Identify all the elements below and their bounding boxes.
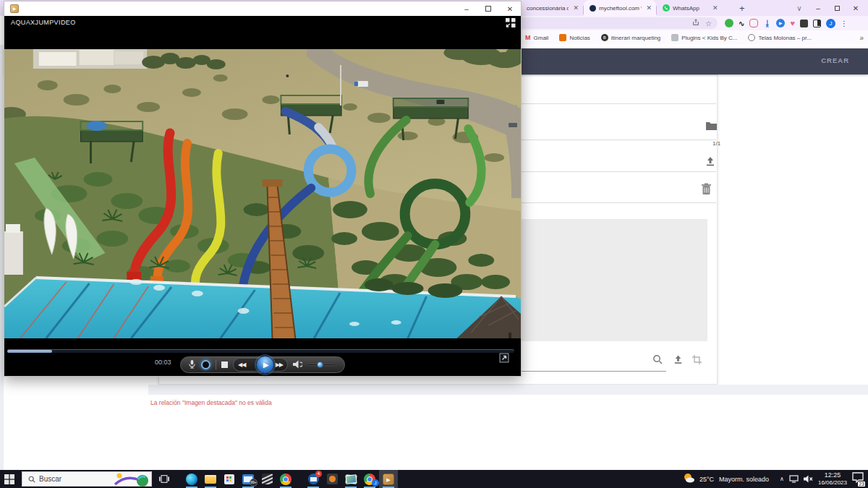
chrome-profile-taskbar-icon[interactable]: J (360, 470, 379, 488)
start-button[interactable] (0, 470, 19, 488)
crop-icon[interactable] (692, 354, 702, 368)
video-player-window: ▶ – ✕ AQUAXJUMPVIDEO (4, 1, 522, 377)
share-icon[interactable] (692, 19, 699, 27)
fast-forward-button[interactable]: ▶▶ (276, 361, 283, 368)
bookmark-star-icon[interactable]: ☆ (705, 20, 712, 27)
upload-image-icon[interactable] (673, 354, 684, 368)
control-divider (216, 360, 216, 369)
player-maximize-button[interactable] (477, 5, 499, 13)
heart-extension-icon[interactable]: ♥ (790, 19, 795, 27)
tab-close-icon[interactable]: ✕ (712, 4, 718, 12)
tab-close-icon[interactable]: ✕ (646, 4, 652, 12)
search-icon[interactable] (652, 354, 663, 368)
volume-thumb[interactable] (317, 361, 323, 368)
address-bar[interactable]: ☆ (519, 17, 718, 29)
store-taskbar-icon[interactable] (220, 470, 239, 488)
browser-close-button[interactable]: ✕ (846, 4, 865, 12)
extension-green-icon[interactable] (725, 19, 733, 27)
crear-button[interactable]: CREAR (821, 56, 849, 64)
volume-muted-icon[interactable] (804, 473, 813, 486)
whatsapp-favicon (663, 4, 670, 12)
extension-squiggle-icon[interactable]: ∿ (739, 20, 744, 27)
search-highlight-graphic (114, 472, 151, 487)
notification-center-icon[interactable]: 23 (852, 472, 864, 486)
new-tab-button[interactable]: + (733, 3, 751, 14)
video-player-taskbar-icon[interactable]: ▶ (379, 470, 398, 488)
tab-title: concessionària de (527, 5, 569, 12)
video-extension-icon[interactable]: ▶ (776, 19, 785, 27)
network-icon[interactable] (789, 473, 799, 486)
windows-taskbar: Buscar (0, 470, 868, 488)
video-progress-bar[interactable] (7, 349, 514, 353)
stop-button[interactable] (221, 361, 228, 368)
mail2-taskbar-icon[interactable]: 4 (304, 470, 323, 488)
dialog-footer-strip (148, 385, 868, 395)
clock-date: 16/06/2023 (818, 479, 847, 486)
popout-icon[interactable] (499, 353, 509, 366)
weather-temp[interactable]: 25°C (699, 476, 714, 483)
bookmarks-bar: M Gmail Noticias B itinerari marqueting … (519, 30, 868, 45)
notification-badge: 23 (858, 481, 865, 487)
player-app-icon: ▶ (10, 4, 19, 13)
mail-taskbar-icon[interactable]: 99+ (239, 470, 258, 488)
bookmarks-overflow-icon[interactable]: » (859, 34, 864, 42)
weather-condition[interactable]: Mayorm. soleado (719, 476, 769, 483)
tray-expand-chevron[interactable]: ∧ (780, 476, 784, 482)
mycheftool-favicon (590, 5, 596, 12)
task-view-button[interactable] (155, 470, 174, 488)
weather-icon[interactable] (683, 473, 694, 486)
tab-whatsapp[interactable]: WhatsApp ✕ (657, 0, 733, 16)
player-titlebar[interactable]: ▶ – ✕ (4, 1, 521, 16)
telas-icon (748, 34, 755, 41)
download-extension-icon[interactable]: ⭳ (763, 19, 771, 27)
tabsearch-chevron-icon[interactable]: ∨ (790, 4, 809, 12)
taskbar-clock[interactable]: 12:25 16/06/2023 (818, 472, 847, 486)
browser-minimize-button[interactable]: – (809, 4, 827, 12)
volume-slider[interactable] (307, 364, 335, 366)
orange-app-taskbar-icon[interactable] (323, 470, 341, 488)
side-panel-icon[interactable] (813, 20, 821, 27)
microphone-icon[interactable] (188, 359, 196, 372)
browser-menu-icon[interactable]: ⋮ (841, 20, 848, 27)
bookmark-plugins[interactable]: Plugins < Kids By C... (671, 34, 737, 41)
clock-time: 12:25 (825, 471, 841, 479)
bookmark-gmail[interactable]: M Gmail (525, 34, 548, 41)
rewind-button[interactable]: ◀◀ (238, 361, 245, 368)
bookmark-itinerari[interactable]: B itinerari marqueting (601, 34, 660, 41)
validation-error-text: La relación "Imagen destacada" no es vál… (150, 399, 272, 406)
photos-taskbar-icon[interactable] (341, 470, 360, 488)
bookmark-noticias[interactable]: Noticias (559, 34, 590, 41)
taskbar-search-input[interactable]: Buscar (22, 471, 152, 487)
itinerari-icon: B (601, 34, 608, 41)
loop-ring-icon[interactable] (201, 360, 210, 369)
chrome-taskbar-icon[interactable] (276, 470, 295, 488)
edge-taskbar-icon[interactable] (182, 470, 201, 488)
play-button[interactable]: ▶ (256, 356, 274, 374)
waterpark-aerial-scene (4, 49, 521, 338)
mail2-badge: 4 (315, 471, 322, 477)
tab-mycheftool[interactable]: mycheftool.com Web: ✕ (584, 0, 656, 16)
folder-icon[interactable] (705, 121, 718, 134)
mini-player-icon[interactable] (505, 17, 516, 31)
tab-concessionaria[interactable]: concessionària de ✕ (521, 0, 583, 16)
player-close-button[interactable]: ✕ (499, 5, 521, 13)
video-title: AQUAXJUMPVIDEO (11, 19, 76, 26)
file-explorer-taskbar-icon[interactable] (201, 470, 220, 488)
extensions-puzzle-icon[interactable] (800, 20, 808, 27)
tab-close-icon[interactable]: ✕ (573, 4, 579, 12)
profile-avatar[interactable]: J (826, 19, 835, 28)
browser-maximize-button[interactable] (827, 4, 846, 12)
search-placeholder: Buscar (39, 475, 61, 483)
plugins-icon (671, 34, 678, 41)
upload-icon[interactable] (705, 155, 716, 170)
speaker-icon[interactable] (293, 359, 302, 372)
pocket-extension-icon[interactable] (749, 19, 758, 27)
bookmark-telas[interactable]: Telas Molonas – pr... (748, 34, 811, 41)
tab-title: mycheftool.com Web: (599, 5, 642, 12)
browser-toolbar: ☆ ∿ ⭳ ▶ ♥ J ⋮ (519, 16, 868, 30)
search-glass-icon (28, 476, 35, 483)
player-minimize-button[interactable]: – (456, 5, 477, 13)
elapsed-time: 00:03 (155, 359, 171, 366)
striped-app-taskbar-icon[interactable] (258, 470, 276, 488)
trash-icon[interactable] (701, 183, 712, 198)
